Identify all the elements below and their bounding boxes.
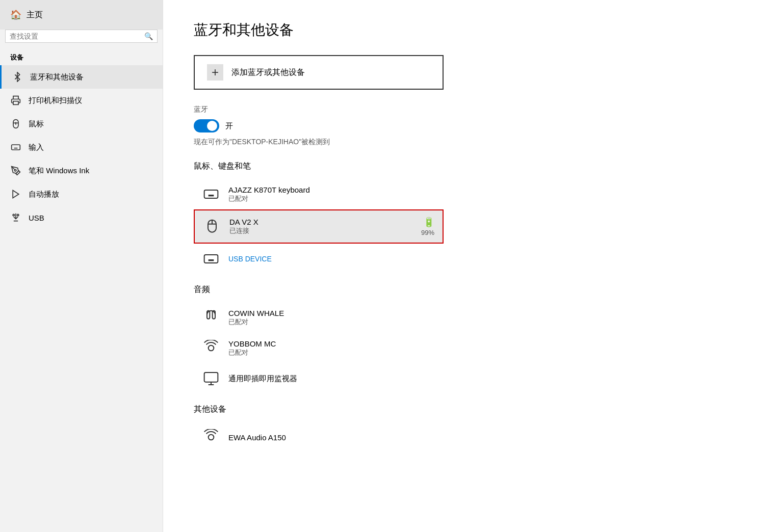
sidebar-item-mouse[interactable]: 鼠标 <box>0 112 163 136</box>
battery-icon: 🔋 <box>423 217 434 228</box>
sidebar-item-autoplay-label: 自动播放 <box>29 190 59 199</box>
svg-rect-14 <box>204 190 218 198</box>
svg-point-31 <box>209 345 214 351</box>
add-device-button[interactable]: + 添加蓝牙或其他设备 <box>194 55 444 90</box>
device-info-da-v2x: DA V2 X 已连接 <box>229 218 413 235</box>
device-item-cowin[interactable]: COWIN WHALE 已配对 <box>194 302 444 333</box>
sidebar-item-pen[interactable]: 笔和 Windows Ink <box>0 159 163 182</box>
svg-marker-11 <box>13 191 19 198</box>
yobbom-icon <box>202 339 220 357</box>
device-name-cowin: COWIN WHALE <box>228 309 435 317</box>
device-name-ajazz: AJAZZ K870T keyboard <box>228 185 435 194</box>
device-item-da-v2x[interactable]: DA V2 X 已连接 🔋 99% <box>194 209 444 244</box>
sidebar-home[interactable]: 🏠 主页 <box>0 0 163 30</box>
mouse-keyboard-section-title: 鼠标、键盘和笔 <box>194 161 747 172</box>
device-item-usb-device[interactable]: USB DEVICE <box>194 244 444 274</box>
svg-point-10 <box>15 170 16 171</box>
sidebar-item-usb-label: USB <box>29 214 44 222</box>
detected-text: 现在可作为"DESKTOP-KEJIHAO"被检测到 <box>194 138 747 147</box>
device-status-yobbom: 已配对 <box>228 348 435 357</box>
pen-icon <box>10 165 21 176</box>
device-info-cowin: COWIN WHALE 已配对 <box>228 309 435 327</box>
sidebar-item-pen-label: 笔和 Windows Ink <box>29 166 89 176</box>
add-device-plus-icon: + <box>207 64 223 81</box>
svg-rect-0 <box>13 101 18 105</box>
device-info-ewa: EWA Audio A150 <box>228 433 435 442</box>
svg-point-35 <box>209 435 214 440</box>
device-info-usb-device: USB DEVICE <box>228 255 435 263</box>
sidebar-section-label: 设备 <box>0 48 163 65</box>
svg-point-12 <box>13 214 14 216</box>
device-name-yobbom: YOBBOM MC <box>228 339 435 348</box>
mouse-icon <box>10 118 21 129</box>
device-name-da-v2x: DA V2 X <box>229 218 413 226</box>
svg-rect-23 <box>204 255 218 263</box>
toggle-thumb <box>207 121 217 131</box>
usb-icon <box>10 212 21 223</box>
audio-section-title: 音频 <box>194 284 747 295</box>
sidebar: 🏠 主页 🔍 设备 蓝牙和其他设备 打印机和扫描仪 鼠标 <box>0 0 163 532</box>
device-status-cowin: 已配对 <box>228 317 435 327</box>
keyboard-icon <box>10 142 21 153</box>
printer-icon <box>10 95 21 106</box>
sidebar-item-input-label: 输入 <box>29 143 44 152</box>
device-item-ewa[interactable]: EWA Audio A150 <box>194 422 444 453</box>
device-item-yobbom[interactable]: YOBBOM MC 已配对 <box>194 333 444 363</box>
keyboard-device-icon <box>202 185 220 203</box>
autoplay-icon <box>10 189 21 200</box>
sidebar-home-label: 主页 <box>27 10 43 20</box>
toggle-track <box>194 119 219 132</box>
add-device-label: 添加蓝牙或其他设备 <box>231 67 305 78</box>
page-title: 蓝牙和其他设备 <box>194 20 747 40</box>
svg-point-13 <box>17 214 19 216</box>
search-icon: 🔍 <box>144 32 153 40</box>
cowin-icon <box>202 308 220 327</box>
main-content: 蓝牙和其他设备 + 添加蓝牙或其他设备 蓝牙 开 现在可作为"DESKTOP-K… <box>163 0 778 532</box>
device-name-usb-device: USB DEVICE <box>228 255 435 263</box>
device-battery-da-v2x: 🔋 99% <box>421 217 434 236</box>
sidebar-item-usb[interactable]: USB <box>0 206 163 229</box>
device-item-ajazz[interactable]: AJAZZ K870T keyboard 已配对 <box>194 179 444 209</box>
device-info-monitor: 通用即插即用监视器 <box>228 374 435 384</box>
bluetooth-toggle-row: 开 <box>194 119 747 132</box>
sidebar-item-bluetooth-label: 蓝牙和其他设备 <box>30 72 84 82</box>
bluetooth-section-label: 蓝牙 <box>194 105 747 114</box>
sidebar-item-bluetooth[interactable]: 蓝牙和其他设备 <box>0 65 163 89</box>
home-icon: 🏠 <box>10 9 21 20</box>
device-status-ajazz: 已配对 <box>228 194 435 203</box>
sidebar-search-box: 🔍 <box>5 30 158 43</box>
device-info-yobbom: YOBBOM MC 已配对 <box>228 339 435 357</box>
sidebar-item-mouse-label: 鼠标 <box>29 119 44 129</box>
sidebar-item-printers[interactable]: 打印机和扫描仪 <box>0 89 163 112</box>
bluetooth-toggle[interactable] <box>194 119 219 132</box>
device-item-monitor[interactable]: 通用即插即用监视器 <box>194 363 444 394</box>
ewa-icon <box>202 428 220 446</box>
sidebar-item-input[interactable]: 输入 <box>0 136 163 159</box>
device-name-ewa: EWA Audio A150 <box>228 433 435 442</box>
bluetooth-on-label: 开 <box>225 121 233 131</box>
mouse-device-icon <box>203 218 221 236</box>
svg-rect-4 <box>12 145 20 150</box>
svg-rect-32 <box>204 373 218 382</box>
sidebar-item-printers-label: 打印机和扫描仪 <box>29 96 82 105</box>
device-name-monitor: 通用即插即用监视器 <box>228 374 435 384</box>
battery-pct: 99% <box>421 229 434 236</box>
sidebar-item-autoplay[interactable]: 自动播放 <box>0 182 163 206</box>
search-input[interactable] <box>10 32 144 40</box>
device-status-da-v2x: 已连接 <box>229 226 413 235</box>
other-section-title: 其他设备 <box>194 404 747 415</box>
monitor-icon <box>202 369 220 388</box>
usb-keyboard-icon <box>202 250 220 268</box>
bluetooth-icon <box>12 71 23 83</box>
device-info-ajazz: AJAZZ K870T keyboard 已配对 <box>228 185 435 203</box>
